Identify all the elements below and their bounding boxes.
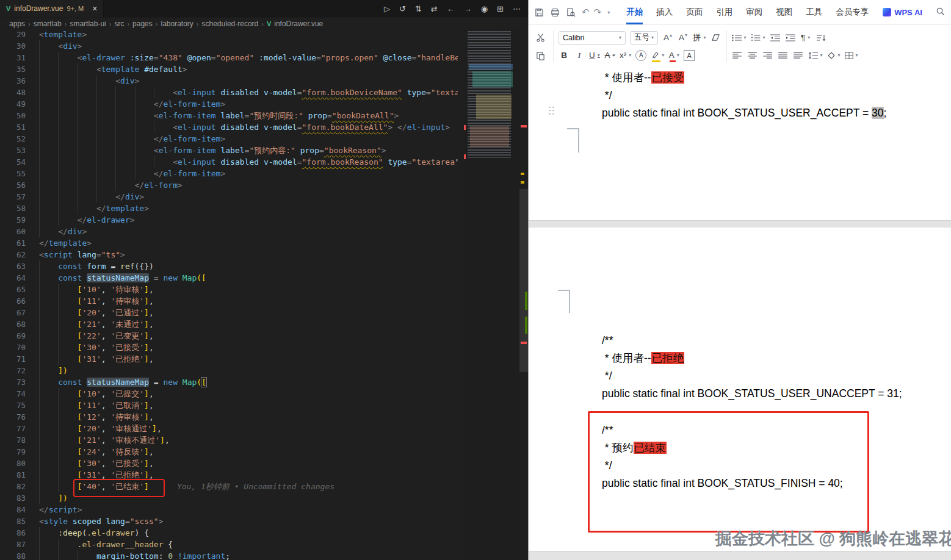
open-changes-icon[interactable]: ⇄ [431, 4, 438, 13]
doc-page-2[interactable]: /** * 使用者--已拒绝 */public static final int… [529, 228, 951, 551]
borders-button[interactable]: ▾ [845, 49, 858, 62]
menu-tab-view[interactable]: 视图 [769, 0, 799, 24]
undo-icon[interactable]: ↶ [582, 7, 590, 18]
align-left-button[interactable] [732, 49, 743, 62]
italic-button[interactable]: I [574, 49, 585, 62]
pinyin-guide-button[interactable]: 拼▾ [693, 31, 706, 45]
run-button[interactable]: ▷ [384, 4, 390, 13]
code-line[interactable]: <el-drawer :size="438" @open="opened" :m… [39, 52, 458, 63]
breadcrumb-item[interactable]: smartlab [34, 20, 62, 28]
strikethrough-button[interactable]: A▾ [604, 49, 615, 62]
timeline-icon[interactable]: ↺ [399, 4, 406, 13]
distribute-button[interactable] [793, 49, 804, 62]
code-line[interactable]: <template #default> [39, 63, 458, 75]
font-family-select[interactable]: Calibri ▾ [559, 31, 626, 45]
close-tab-icon[interactable]: × [92, 4, 97, 13]
doc-line[interactable]: * 使用者--已拒绝 [602, 350, 902, 367]
code-line[interactable]: const statusNameMap = new Map([ [39, 376, 458, 388]
doc-line[interactable]: /** [602, 332, 902, 350]
code-line[interactable]: ['20', '已通过'], [39, 307, 458, 318]
line-spacing-button[interactable]: ▾ [808, 49, 823, 62]
code-line[interactable]: .el-drawer__header { [39, 539, 458, 550]
print-preview-icon[interactable] [566, 8, 576, 17]
cut-button[interactable] [535, 31, 546, 44]
more-actions-button[interactable]: ⋯ [513, 4, 521, 13]
clear-format-button[interactable] [711, 31, 721, 45]
code-line[interactable]: </el-form-item> [39, 168, 458, 179]
run-all-icon[interactable]: ◉ [481, 4, 488, 13]
code-line[interactable]: <script lang="ts"> [39, 249, 458, 260]
save-icon[interactable] [535, 8, 544, 17]
underline-button[interactable]: U▾ [589, 49, 600, 62]
superscript-button[interactable]: x²▾ [620, 49, 631, 62]
search-icon[interactable] [936, 7, 945, 18]
editor-tab[interactable]: V infoDrawer.vue 9+, M × [0, 0, 104, 17]
code-line[interactable]: ['40', '已结束']You, 1秒钟前 • Uncommitted cha… [39, 481, 458, 492]
menu-tab-review[interactable]: 审阅 [739, 0, 769, 24]
decrease-font-button[interactable]: A▾ [678, 31, 689, 45]
code-line[interactable]: ['22', '已变更'], [39, 330, 458, 342]
increase-indent-button[interactable] [785, 31, 796, 45]
code-line[interactable]: <style scoped lang="scss"> [39, 515, 458, 527]
doc-line[interactable]: public static final int BOOK_STATUS_USER… [602, 104, 886, 122]
font-size-select[interactable]: 五号 ▾ [630, 31, 658, 45]
code-line[interactable]: ['11', '已取消'], [39, 400, 458, 411]
code-line[interactable]: </el-form-item> [39, 98, 458, 110]
shading-button[interactable]: ▾ [827, 49, 841, 62]
code-line[interactable]: :deep(.el-drawer) { [39, 527, 458, 539]
back-button[interactable]: ← [447, 4, 455, 13]
code-line[interactable]: </template> [39, 237, 458, 249]
code-line[interactable]: const statusNameMap = new Map([ [39, 272, 458, 284]
code-line[interactable]: ['12', '待审核'], [39, 411, 458, 423]
code-line[interactable]: </script> [39, 504, 458, 515]
code-line[interactable]: margin-bottom: 0 !important; [39, 550, 458, 560]
sync-icon[interactable]: ⇅ [415, 4, 422, 13]
code-line[interactable]: ['31', '已拒绝'], [39, 469, 458, 481]
redo-dropdown-icon[interactable]: ▾ [607, 10, 610, 15]
menu-tab-tools[interactable]: 工具 [799, 0, 829, 24]
sort-button[interactable] [815, 31, 826, 45]
highlight-color-button[interactable]: ▾ [651, 49, 664, 62]
breadcrumb-item[interactable]: scheduled-record [202, 20, 259, 28]
code-line[interactable]: <el-input disabled v-model="form.bookRea… [39, 156, 458, 168]
breadcrumb-item[interactable]: apps [9, 20, 25, 28]
code-line[interactable]: ['30', '已接受'], [39, 342, 458, 353]
doc-line[interactable]: public static final int BOOK_STATUS_FINI… [602, 475, 843, 492]
breadcrumb-item[interactable]: infoDrawer.vue [274, 20, 323, 28]
forward-button[interactable]: → [464, 4, 472, 13]
code-line[interactable]: ['11', '待审核'], [39, 295, 458, 307]
document-area[interactable]: * 使用者--已接受 */public static final int BOO… [529, 68, 951, 560]
code-line[interactable]: ['30', '已接受'], [39, 458, 458, 469]
code-line[interactable]: <el-input disabled v-model="form.bookDev… [39, 87, 458, 98]
doc-line[interactable]: * 使用者--已接受 [602, 69, 886, 87]
code-line[interactable]: ['21', '未通过'], [39, 318, 458, 330]
paste-button[interactable] [535, 49, 546, 62]
menu-tab-page[interactable]: 页面 [679, 0, 709, 24]
code-line[interactable]: <div> [39, 40, 458, 52]
menu-tab-insert[interactable]: 插入 [649, 0, 679, 24]
doc-line[interactable]: public static final int BOOK_STATUS_USER… [602, 385, 902, 403]
breadcrumb-item[interactable]: laboratory [161, 20, 193, 28]
breadcrumb-item[interactable]: pages [132, 20, 153, 28]
code-editor[interactable]: 2930313536484950515253545556575859606162… [0, 29, 528, 560]
code-line[interactable]: <el-input disabled v-model="form.bookDat… [39, 121, 458, 133]
paragraph-direction-button[interactable]: ¶▾ [800, 31, 811, 45]
breadcrumb-item[interactable]: src [114, 20, 124, 28]
menu-tab-home[interactable]: 开始 [620, 0, 649, 24]
code-line[interactable]: ['20', '审核通过'], [39, 423, 458, 434]
print-icon[interactable] [551, 8, 560, 17]
justify-button[interactable] [778, 49, 789, 62]
code-line[interactable]: ]) [39, 365, 458, 376]
doc-line[interactable]: */ [602, 87, 886, 104]
code-line[interactable]: </template> [39, 203, 458, 214]
paragraph-drag-handle-icon[interactable] [548, 106, 555, 115]
scrollbar-thumb[interactable] [519, 189, 528, 372]
align-right-button[interactable] [762, 49, 773, 62]
menu-tab-member[interactable]: 会员专享 [829, 0, 875, 24]
redo-icon[interactable]: ↷ [594, 7, 602, 18]
align-center-button[interactable] [747, 49, 758, 62]
code-line[interactable]: ['10', '已提交'], [39, 388, 458, 400]
code-line[interactable]: <el-form-item label="预约时间段:" prop="bookD… [39, 110, 458, 121]
doc-line[interactable]: */ [602, 367, 902, 385]
bullets-button[interactable]: ▾ [732, 31, 747, 45]
